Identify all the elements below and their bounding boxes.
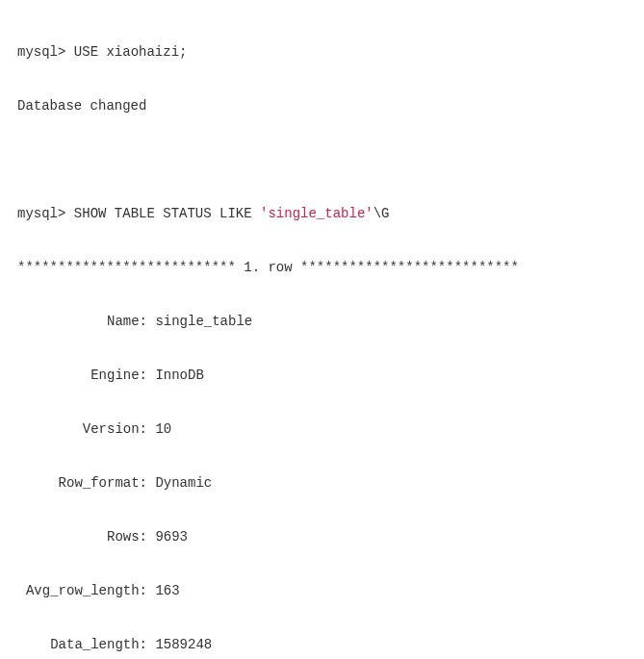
field-label: Engine: — [17, 362, 147, 389]
field-label: Version: — [17, 416, 147, 443]
field-value: 9693 — [155, 529, 188, 545]
field-engine: Engine: InnoDB — [17, 362, 627, 389]
field-value: single_table — [155, 314, 252, 329]
command-line-1: mysql> USE xiaohaizi; — [17, 38, 627, 65]
field-value: InnoDB — [155, 368, 203, 383]
db-changed-msg: Database changed — [17, 92, 627, 119]
string-literal: 'single_table' — [260, 206, 374, 221]
field-label: Data_length: — [17, 631, 147, 658]
command-text: SHOW TABLE STATUS LIKE — [74, 206, 260, 221]
prompt: mysql> — [17, 44, 65, 60]
command-suffix: \G — [374, 206, 390, 221]
field-value: Dynamic — [155, 475, 212, 491]
row-divider: *************************** 1. row *****… — [17, 254, 627, 281]
field-version: Version: 10 — [17, 416, 627, 443]
field-label: Rows: — [17, 523, 147, 550]
field-label: Row_format: — [17, 469, 147, 496]
field-data-length: Data_length: 1589248 — [17, 631, 627, 658]
command-line-2: mysql> SHOW TABLE STATUS LIKE 'single_ta… — [17, 200, 627, 227]
field-name: Name: single_table — [17, 308, 627, 335]
field-value: 1589248 — [155, 637, 212, 652]
blank-line — [17, 146, 627, 173]
field-rows: Rows: 9693 — [17, 523, 627, 550]
prompt: mysql> — [17, 206, 65, 221]
field-row-format: Row_format: Dynamic — [17, 469, 627, 496]
terminal-output: mysql> USE xiaohaizi; Database changed m… — [17, 12, 627, 659]
field-value: 10 — [155, 421, 171, 437]
command-text: USE xiaohaizi; — [74, 44, 188, 60]
field-avg-row-length: Avg_row_length: 163 — [17, 577, 627, 604]
field-label: Name: — [17, 308, 147, 335]
field-label: Avg_row_length: — [17, 577, 147, 604]
field-value: 163 — [155, 583, 179, 598]
